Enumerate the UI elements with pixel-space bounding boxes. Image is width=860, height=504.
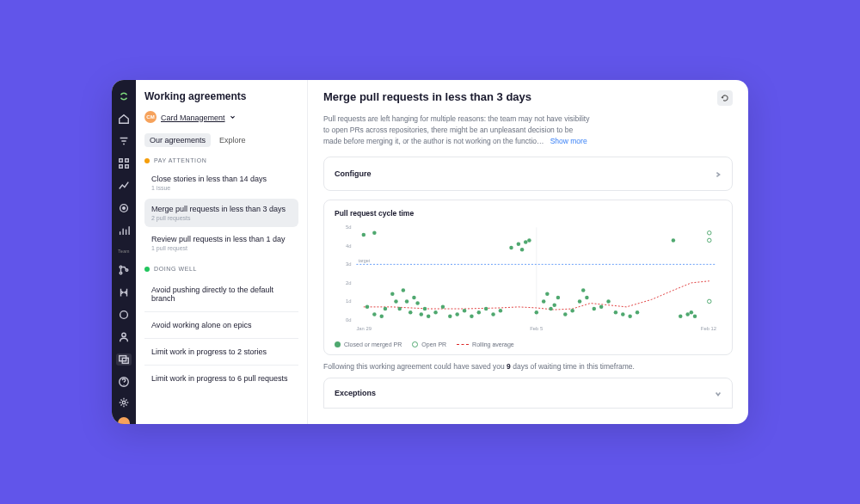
svg-point-62 [549, 307, 553, 311]
compare-icon[interactable] [118, 286, 130, 298]
home-icon[interactable] [118, 113, 130, 125]
svg-point-31 [379, 315, 384, 319]
agreement-item[interactable]: Limit work in progress to 2 stories [144, 339, 298, 366]
svg-point-48 [463, 309, 467, 313]
agreement-item-merge-prs[interactable]: Merge pull requests in less than 3 days … [144, 199, 298, 227]
svg-point-46 [448, 315, 452, 319]
tab-explore[interactable]: Explore [214, 133, 251, 147]
agreements-icon[interactable] [116, 353, 132, 366]
svg-point-30 [372, 312, 377, 317]
sidebar: Working agreements CM Card Management Ou… [136, 80, 308, 424]
grid-icon[interactable] [118, 157, 130, 169]
legend-dot-icon [335, 341, 341, 347]
configure-card[interactable]: Configure [323, 157, 733, 191]
team-selector[interactable]: CM Card Management [144, 111, 298, 123]
target-icon[interactable] [118, 202, 130, 214]
help-icon[interactable] [118, 376, 130, 388]
svg-point-14 [122, 401, 126, 404]
svg-point-82 [708, 231, 712, 236]
agreement-item[interactable]: Avoid pushing directly to the default br… [144, 277, 298, 312]
svg-point-40 [415, 302, 420, 306]
svg-point-56 [520, 248, 525, 252]
circle-icon[interactable] [118, 309, 130, 321]
filter-icon[interactable] [118, 135, 130, 147]
svg-rect-0 [120, 159, 123, 163]
dot-icon [144, 267, 150, 272]
sidebar-title: Working agreements [144, 90, 298, 102]
agreement-item[interactable]: Avoid working alone on epics [144, 312, 298, 339]
svg-point-36 [402, 289, 406, 293]
trend-icon[interactable] [118, 180, 130, 192]
svg-point-79 [685, 312, 690, 317]
agreement-item[interactable]: Limit work in progress to 6 pull request… [144, 366, 298, 391]
svg-point-74 [621, 312, 625, 317]
svg-point-84 [708, 299, 712, 304]
user-avatar[interactable] [118, 417, 130, 424]
svg-point-28 [372, 231, 377, 236]
svg-rect-2 [120, 165, 123, 169]
bars-icon[interactable] [118, 224, 130, 237]
svg-point-33 [390, 292, 395, 296]
agreement-item-review-prs[interactable]: Review pull requests in less than 1 day … [144, 229, 298, 257]
svg-point-35 [397, 307, 402, 311]
svg-text:5d: 5d [346, 225, 352, 230]
svg-point-69 [585, 296, 589, 300]
svg-point-66 [570, 309, 574, 313]
svg-point-59 [535, 310, 539, 315]
show-more-link[interactable]: Show more [550, 137, 587, 145]
page-title: Merge pull requests in less than 3 days [323, 90, 710, 103]
exceptions-card[interactable]: Exceptions [323, 378, 733, 409]
svg-point-50 [477, 310, 482, 315]
svg-point-51 [484, 307, 488, 311]
svg-point-27 [362, 233, 366, 237]
svg-point-9 [120, 311, 128, 319]
agreement-item-close-stories[interactable]: Close stories in less than 14 days 1 iss… [144, 169, 298, 197]
svg-point-68 [581, 289, 586, 293]
people-icon[interactable] [118, 331, 130, 343]
svg-point-75 [628, 315, 632, 319]
svg-point-37 [405, 299, 409, 304]
team-name: Card Management [161, 114, 225, 122]
svg-point-80 [690, 310, 694, 315]
team-rail-label: Team [118, 249, 129, 254]
tab-our-agreements[interactable]: Our agreements [144, 133, 211, 147]
svg-point-78 [679, 315, 683, 319]
svg-point-70 [593, 307, 597, 311]
svg-point-55 [517, 243, 521, 247]
legend-line-icon [457, 344, 469, 345]
app-window: Team Working agreements CM Card Manageme… [112, 80, 748, 424]
svg-point-42 [423, 307, 427, 311]
logo-icon[interactable] [118, 90, 130, 102]
svg-point-52 [491, 312, 495, 317]
svg-point-65 [563, 312, 568, 317]
svg-rect-1 [126, 159, 129, 163]
svg-point-45 [441, 305, 445, 310]
svg-point-6 [120, 266, 122, 268]
savings-note: Following this working agreement could h… [323, 362, 733, 371]
description: Pull requests are left hanging for multi… [323, 114, 616, 146]
cycle-time-chart: 0d1d2d3d4d5dJan 29Feb 5Feb 12target [335, 223, 722, 335]
svg-point-44 [433, 310, 438, 315]
svg-point-39 [412, 296, 416, 300]
svg-point-67 [578, 299, 582, 304]
chevron-down-icon [715, 385, 722, 401]
svg-point-58 [527, 238, 531, 243]
svg-point-7 [120, 272, 122, 274]
svg-text:0d: 0d [346, 317, 352, 323]
svg-text:Jan 29: Jan 29 [356, 326, 372, 331]
branches-icon[interactable] [118, 264, 130, 276]
svg-rect-3 [126, 165, 129, 169]
svg-text:1d: 1d [346, 299, 352, 304]
svg-point-32 [384, 307, 387, 311]
dot-icon [144, 158, 150, 163]
svg-point-34 [394, 299, 398, 304]
svg-point-61 [545, 292, 550, 296]
svg-text:Feb 12: Feb 12 [701, 326, 716, 331]
section-pay-attention: PAY ATTENTION [144, 157, 298, 163]
svg-point-71 [599, 305, 604, 310]
main-content: Merge pull requests in less than 3 days … [308, 80, 748, 424]
svg-text:target: target [358, 259, 370, 264]
svg-text:2d: 2d [346, 280, 352, 286]
refresh-button[interactable] [717, 90, 733, 106]
settings-icon[interactable] [118, 396, 130, 409]
